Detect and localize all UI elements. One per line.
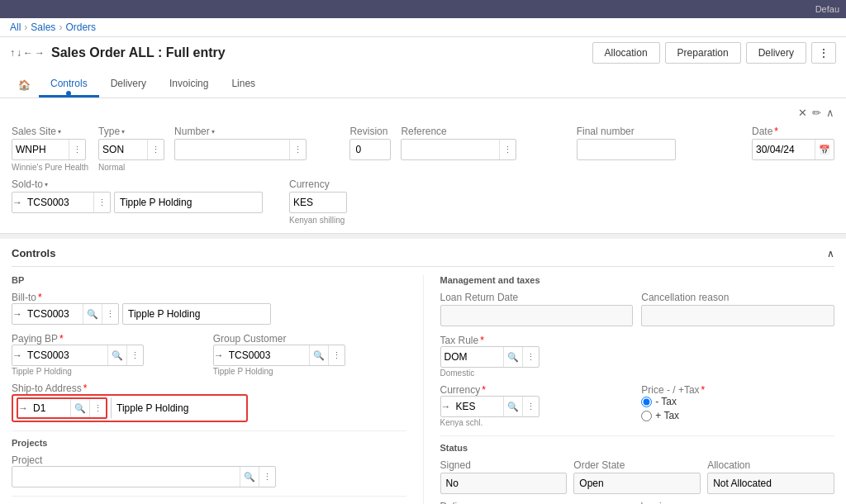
projects-divider <box>12 430 406 431</box>
reference-input[interactable] <box>402 142 499 157</box>
tax-rule-wrap: 🔍 ⋮ <box>440 346 539 368</box>
order-state-input[interactable] <box>573 473 701 494</box>
signed-input[interactable] <box>440 473 568 494</box>
type-more-btn[interactable]: ⋮ <box>147 140 164 159</box>
collapse-icon[interactable]: ∧ <box>826 107 834 119</box>
type-sub: Normal <box>98 163 164 172</box>
number-input[interactable] <box>175 142 289 157</box>
date-field: Date * 📅 <box>752 126 834 160</box>
date-input-wrap: 📅 <box>752 139 834 160</box>
ship-to-more-btn[interactable]: ⋮ <box>89 399 106 417</box>
bill-to-more-btn[interactable]: ⋮ <box>102 304 118 324</box>
signed-field: Signed <box>440 459 568 494</box>
section-content: BP Bill-to * → 🔍 ⋮ <box>12 275 834 504</box>
tab-lines[interactable]: Lines <box>220 72 267 97</box>
nav-left[interactable]: ← <box>23 47 33 59</box>
ship-to-search-btn[interactable]: 🔍 <box>70 399 89 417</box>
price-tax-field: Price - / +Tax * - Tax + Tax <box>641 384 834 427</box>
mgmt-currency-input[interactable] <box>453 399 503 414</box>
nav-right[interactable]: → <box>35 47 45 59</box>
group-customer-search-btn[interactable]: 🔍 <box>309 345 328 365</box>
sold-to-field: Sold-to ▾ → ⋮ <box>12 178 263 213</box>
preparation-button[interactable]: Preparation <box>665 42 741 64</box>
currency-input[interactable] <box>290 195 346 210</box>
nav-down[interactable]: ↓ <box>17 47 21 59</box>
paying-bp-input[interactable] <box>24 348 107 363</box>
calendar-icon[interactable]: 📅 <box>815 140 834 159</box>
tab-delivery[interactable]: Delivery <box>99 72 158 97</box>
breadcrumb-all[interactable]: All <box>10 21 21 33</box>
section-collapse-icon[interactable]: ∧ <box>827 248 834 259</box>
ship-to-name-input[interactable] <box>111 397 243 419</box>
loan-return-input[interactable] <box>440 305 634 326</box>
delivery-button[interactable]: Delivery <box>746 42 806 64</box>
tax-rule-more-btn[interactable]: ⋮ <box>522 347 539 367</box>
mgmt-currency-search-btn[interactable]: 🔍 <box>503 397 522 416</box>
allocation-status-field: Allocation <box>707 459 834 494</box>
sales-site-sub: Winnie's Pure Health <box>12 163 88 172</box>
close-icon[interactable]: ✕ <box>798 107 807 119</box>
tax-rule-input[interactable] <box>441 349 503 364</box>
sold-to-code-input[interactable] <box>24 195 93 210</box>
radio-plus-tax[interactable]: + Tax <box>641 410 834 421</box>
form-toolbar: ✕ ✏ ∧ <box>12 107 834 119</box>
reference-more-btn[interactable]: ⋮ <box>499 140 516 159</box>
group-customer-more-btn[interactable]: ⋮ <box>328 345 345 365</box>
paying-bp-wrap: → 🔍 ⋮ <box>12 345 144 366</box>
final-number-input[interactable] <box>577 139 676 160</box>
order-state-field: Order State <box>573 459 701 494</box>
sales-reps-divider <box>12 496 406 497</box>
group-customer-sub: Tipple P Holding <box>213 367 406 376</box>
top-bar: Defau <box>0 0 846 18</box>
number-field: Number ▾ ⋮ <box>174 126 340 160</box>
nav-arrows: ↑ ↓ ← → <box>10 47 45 59</box>
tax-rule-search-btn[interactable]: 🔍 <box>503 347 522 367</box>
more-button[interactable]: ⋮ <box>811 42 836 64</box>
bill-to-code-input[interactable] <box>24 307 83 321</box>
radio-minus-tax[interactable]: - Tax <box>641 396 834 407</box>
bill-to-search-btn[interactable]: 🔍 <box>83 304 102 324</box>
cancellation-input[interactable] <box>641 305 834 326</box>
sales-site-field: Sales Site ▾ ⋮ Winnie's Pure Health <box>12 126 88 172</box>
sold-to-more-btn[interactable]: ⋮ <box>93 193 110 212</box>
header-title-left: ↑ ↓ ← → Sales Order ALL : Full entry <box>10 45 226 60</box>
paying-bp-more-btn[interactable]: ⋮ <box>126 345 143 365</box>
type-input[interactable] <box>99 142 147 157</box>
nav-up[interactable]: ↑ <box>10 47 15 59</box>
kenya-schil-text: Kenya schl. <box>440 418 634 427</box>
mgmt-currency-more-btn[interactable]: ⋮ <box>522 397 539 416</box>
reference-input-wrap: ⋮ <box>401 139 516 160</box>
sales-site-more-btn[interactable]: ⋮ <box>69 140 85 159</box>
home-tab[interactable]: 🏠 <box>10 74 39 97</box>
project-more-btn[interactable]: ⋮ <box>259 467 275 487</box>
group-customer-wrap: → 🔍 ⋮ <box>213 345 345 366</box>
project-search-btn[interactable]: 🔍 <box>240 467 259 487</box>
breadcrumb-sales[interactable]: Sales <box>31 21 55 33</box>
sold-to-name-input[interactable] <box>114 192 263 213</box>
mgmt-currency-field: Currency * → 🔍 ⋮ Kenya schl. <box>440 384 634 427</box>
bill-to-code-wrap: → 🔍 ⋮ <box>12 303 119 325</box>
allocation-button[interactable]: Allocation <box>592 42 660 64</box>
revision-input[interactable] <box>349 139 391 160</box>
tab-controls[interactable]: Controls <box>39 72 99 97</box>
breadcrumb-orders[interactable]: Orders <box>65 21 96 33</box>
date-input[interactable] <box>753 142 815 157</box>
status-divider <box>440 435 835 436</box>
project-field: Project 🔍 ⋮ <box>12 454 406 487</box>
page-title: Sales Order ALL : Full entry <box>51 45 226 60</box>
active-dot <box>66 91 71 96</box>
group-customer-input[interactable] <box>226 348 309 363</box>
edit-icon[interactable]: ✏ <box>812 107 821 119</box>
sales-site-input[interactable] <box>12 142 69 157</box>
paying-bp-field: Paying BP * → 🔍 ⋮ Tipple P Holding <box>12 333 205 376</box>
number-input-wrap: ⋮ <box>174 139 307 160</box>
sold-to-code-wrap: → ⋮ <box>12 192 111 213</box>
bill-to-name-input[interactable] <box>122 303 271 325</box>
allocation-status-input[interactable] <box>707 473 834 494</box>
project-input[interactable] <box>12 469 240 484</box>
number-more-btn[interactable]: ⋮ <box>289 140 306 159</box>
type-input-wrap: ⋮ <box>98 139 164 160</box>
ship-to-code-input[interactable] <box>30 401 70 416</box>
paying-bp-search-btn[interactable]: 🔍 <box>107 345 126 365</box>
tab-invoicing[interactable]: Invoicing <box>158 72 220 97</box>
